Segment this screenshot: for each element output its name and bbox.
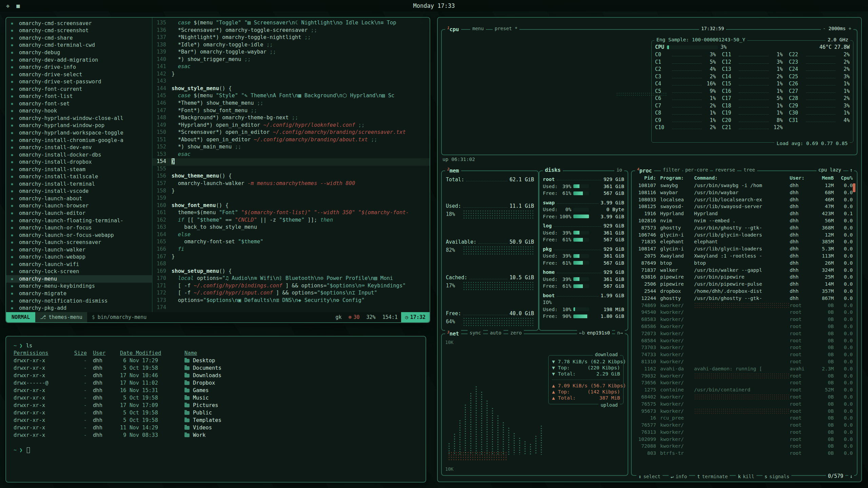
file-item[interactable]: ✱ omarchy-launch-webapp bbox=[11, 253, 152, 261]
file-item[interactable]: ✱ omarchy-launch-floating-terminal- bbox=[11, 217, 152, 224]
process-row[interactable]: 76575 kworker/ root 0B 0.0 bbox=[632, 401, 857, 408]
process-row[interactable]: 74869 kworker/ root 0B 0.0 bbox=[632, 302, 857, 309]
process-row[interactable]: 87649 btop btop dhh 26M 0.0 bbox=[632, 260, 857, 267]
file-item[interactable]: ✱ omarchy-font-set bbox=[11, 100, 152, 107]
process-row[interactable]: 68583 kworker/ root 0B 0.0 bbox=[632, 316, 857, 323]
process-row[interactable]: 108147 glycin-i /usr/lib/glycin-loaders … bbox=[632, 245, 857, 252]
process-row[interactable]: 68586 kworker/ root 0B 0.0 bbox=[632, 323, 857, 330]
net-zero-button[interactable]: zero bbox=[508, 330, 524, 336]
file-item[interactable]: ✱ omarchy-launch-screensaver bbox=[11, 239, 152, 246]
process-panel-title[interactable]: 4proc bbox=[635, 167, 654, 174]
header-user[interactable]: User: bbox=[790, 175, 812, 181]
file-item[interactable]: ✱ omarchy-install-terminal bbox=[11, 180, 152, 188]
menu-button[interactable]: menu bbox=[470, 26, 486, 31]
process-action[interactable]: s signals bbox=[763, 474, 791, 479]
scroll-up-arrow[interactable]: ↑ bbox=[848, 167, 854, 173]
tree-button[interactable]: tree bbox=[742, 167, 757, 172]
memory-panel-title[interactable]: 2mem bbox=[445, 167, 461, 174]
file-item[interactable]: ✱ omarchy-install-docker-dbs bbox=[11, 151, 152, 159]
file-item[interactable]: ✱ omarchy-cmd-screenshot bbox=[11, 27, 152, 35]
process-row[interactable]: 2075 Xwayland Xwayland :1 -rootless - dh… bbox=[632, 252, 857, 260]
process-action[interactable]: t terminate bbox=[695, 474, 730, 479]
file-item[interactable]: ✱ omarchy-font-list bbox=[11, 93, 152, 100]
file-item[interactable]: ✱ omarchy-install-tailscale bbox=[11, 173, 152, 180]
header-program[interactable]: Program: bbox=[660, 175, 694, 181]
process-row[interactable]: 108033 localsea /usr/lib/localsearch-ex … bbox=[632, 196, 857, 203]
process-row[interactable]: 108125 swayosd- /usr/lib/swayosd-server … bbox=[632, 203, 857, 210]
process-action[interactable]: ↕ select bbox=[636, 474, 663, 479]
process-row[interactable]: 87573 ghostty /usr/bin/ghostty --gtk- dh… bbox=[632, 224, 857, 231]
process-row[interactable]: 74733 kworker/ root 0B 0.0 bbox=[632, 351, 857, 358]
process-action[interactable]: ↵ info bbox=[669, 474, 689, 479]
file-item[interactable]: ✱ omarchy-debug bbox=[11, 49, 152, 56]
process-row[interactable]: 102816 nvim nvim --embed . dhh 56M 0.0 bbox=[632, 217, 857, 224]
process-row[interactable]: 12244 ghostty /usr/bin/ghostty --gtk- dh… bbox=[632, 295, 857, 302]
process-row[interactable]: 108116 waybar /usr/bin/waybar dhh 68M 0.… bbox=[632, 189, 857, 196]
file-item[interactable]: ✱ omarchy-migrate bbox=[11, 290, 152, 297]
process-row[interactable]: 79032 kworker/ root 0B 0.0 bbox=[632, 372, 857, 380]
process-row[interactable]: 71835 elephant elephant dhh 385M 0.0 bbox=[632, 238, 857, 245]
header-pid[interactable]: Pid: bbox=[636, 175, 660, 181]
cpu-panel-title[interactable]: 1cpu bbox=[445, 26, 461, 33]
file-item[interactable]: ✱ omarchy-pkg-add bbox=[11, 304, 152, 312]
file-item[interactable]: ✱ omarchy-launch-wifi bbox=[11, 261, 152, 268]
file-item[interactable]: ✱ omarchy-menu bbox=[6, 275, 152, 283]
reverse-button[interactable]: reverse bbox=[713, 167, 737, 172]
process-row[interactable]: 1275 containe /usr/bin/containerd root 5… bbox=[632, 386, 857, 393]
file-item[interactable]: ✱ omarchy-install-dropbox bbox=[11, 158, 152, 166]
file-item[interactable]: ✱ omarchy-cmd-terminal-cwd bbox=[11, 42, 152, 49]
scroll-down-arrow[interactable]: ↓ bbox=[848, 473, 854, 479]
file-item[interactable]: ✱ omarchy-hyprland-window-close-all bbox=[11, 115, 152, 122]
sort-mode-selector[interactable]: cpu lazy bbox=[816, 167, 843, 172]
file-item[interactable]: ✱ omarchy-drive-select bbox=[11, 71, 152, 78]
process-row[interactable]: 72073 kworker/ root 0B 0.0 bbox=[632, 330, 857, 337]
io-mode-button[interactable]: io bbox=[614, 167, 624, 172]
file-item[interactable]: ✱ omarchy-hyprland-window-pop bbox=[11, 122, 152, 129]
header-memory[interactable]: MemB bbox=[812, 175, 834, 181]
scrollbar-thumb[interactable] bbox=[853, 183, 855, 192]
file-item[interactable]: ✱ omarchy-cmd-share bbox=[11, 34, 152, 42]
file-item[interactable]: ✱ omarchy-install-vscode bbox=[11, 188, 152, 195]
file-item[interactable]: ✱ omarchy-launch-walker bbox=[11, 246, 152, 253]
header-command[interactable]: Command: bbox=[694, 175, 790, 181]
process-row[interactable]: 102099 kworker/ root 0B 0.0 bbox=[632, 436, 857, 443]
process-row[interactable]: 95673 kworker/ root 0B 0.0 bbox=[632, 408, 857, 415]
process-row[interactable]: 63816 pipewire /usr/bin/pipewire dhh 25M… bbox=[632, 273, 857, 281]
file-item[interactable]: ✱ omarchy-menu-keybindings bbox=[11, 283, 152, 290]
disks-panel-title[interactable]: disks bbox=[543, 167, 563, 173]
process-row[interactable]: 108107 swaybg /usr/bin/swaybg -i /hom dh… bbox=[632, 182, 857, 189]
process-row[interactable]: 72088 kworker/ root 0B 0.0 bbox=[632, 443, 857, 450]
file-item[interactable]: ✱ omarchy-cmd-screensaver bbox=[11, 20, 152, 27]
file-item[interactable]: ✱ omarchy-launch-editor bbox=[11, 209, 152, 217]
interval-increase-button[interactable]: + bbox=[849, 26, 851, 31]
process-row[interactable]: 73656 kworker/ root 0B 0.0 bbox=[632, 379, 857, 386]
process-row[interactable]: 2544 dropbox /home/dhh/.dropbox-dist dhh… bbox=[632, 288, 857, 295]
terminal-window[interactable]: ~ ❯ ls Permissions Size User Date Modifi… bbox=[5, 336, 426, 483]
file-item[interactable]: ✱ omarchy-install-chromium-google-a bbox=[11, 137, 152, 144]
per-core-button[interactable]: per-core bbox=[683, 167, 710, 172]
process-action[interactable]: k kill bbox=[736, 474, 756, 479]
file-item[interactable]: ✱ omarchy-drive-info bbox=[11, 63, 152, 71]
file-item[interactable]: ✱ omarchy-launch-about bbox=[11, 195, 152, 202]
process-row[interactable]: 76577 kworker/ root 0B 0.0 bbox=[632, 422, 857, 429]
file-item[interactable]: ✱ omarchy-font-current bbox=[11, 85, 152, 93]
process-row[interactable]: 94540 kworker/ root 0B 0.0 bbox=[632, 309, 857, 316]
process-row[interactable]: 2506 pipewire /usr/bin/pipewire-pulse dh… bbox=[632, 281, 857, 288]
filter-button[interactable]: filter bbox=[661, 167, 682, 172]
file-item[interactable]: ✱ omarchy-lock-screen bbox=[11, 268, 152, 276]
net-next-iface-button[interactable]: n→ bbox=[615, 330, 625, 336]
file-item[interactable]: ✱ omarchy-launch-or-focus-webapp bbox=[11, 231, 152, 239]
file-item[interactable]: ✱ omarchy-dev-add-migration bbox=[11, 56, 152, 64]
process-row[interactable]: 803 btrfs-tr root 0B 0.0 bbox=[632, 450, 857, 457]
file-item[interactable]: ✱ omarchy-hyprland-workspace-toggle bbox=[11, 129, 152, 137]
file-item[interactable]: ✱ omarchy-launch-browser bbox=[11, 202, 152, 210]
process-row[interactable]: 1162 avahi-da avahi-daemon: running [ av… bbox=[632, 365, 857, 372]
interval-decrease-button[interactable]: - bbox=[823, 26, 826, 31]
process-row[interactable]: 106746 glycin-i /usr/lib/glycin-loaders … bbox=[632, 231, 857, 239]
net-sync-button[interactable]: sync bbox=[468, 330, 483, 336]
process-row[interactable]: 68584 kworker/ root 0B 0.0 bbox=[632, 337, 857, 344]
file-item[interactable]: ✱ omarchy-install-steam bbox=[11, 166, 152, 173]
file-item[interactable]: ✱ omarchy-hook bbox=[11, 107, 152, 115]
net-auto-button[interactable]: auto bbox=[488, 330, 504, 336]
network-panel-title[interactable]: 3net bbox=[445, 330, 461, 337]
